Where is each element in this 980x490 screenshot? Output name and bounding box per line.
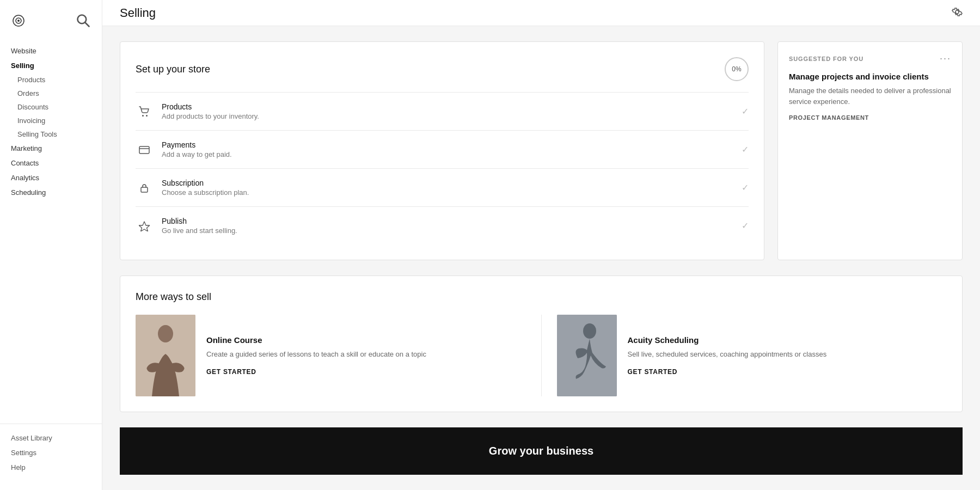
setup-item-publish-text: Publish Go live and start selling. — [162, 217, 733, 235]
payment-icon — [136, 144, 153, 155]
search-icon[interactable] — [76, 13, 91, 30]
sidebar-item-settings[interactable]: Settings — [0, 445, 102, 460]
cart-icon — [136, 106, 153, 117]
sidebar-logo — [0, 9, 102, 44]
svg-rect-5 — [139, 146, 149, 154]
more-ways-card: More ways to sell — [120, 275, 963, 412]
more-ways-item-acuity: Acuity Scheduling Sell live, scheduled s… — [542, 315, 947, 396]
svg-point-10 — [158, 325, 173, 342]
svg-line-2 — [85, 23, 89, 27]
setup-item-payments[interactable]: Payments Add a way to get paid. ✓ — [136, 130, 749, 168]
svg-point-4 — [146, 115, 148, 117]
setup-item-payments-name: Payments — [162, 140, 733, 149]
setup-item-subscription-desc: Choose a subscription plan. — [162, 188, 733, 197]
acuity-image — [557, 315, 617, 396]
svg-point-3 — [142, 115, 144, 117]
sidebar-item-selling[interactable]: Selling — [0, 58, 102, 73]
setup-item-payments-desc: Add a way to get paid. — [162, 150, 733, 158]
setup-item-products-desc: Add products to your inventory. — [162, 112, 733, 120]
more-ways-item-online-course: Online Course Create a guided series of … — [136, 315, 542, 396]
setup-card: Set up your store 0% Products Add produc… — [120, 41, 764, 260]
sidebar-item-discounts[interactable]: Discounts — [0, 100, 102, 114]
suggested-label: Suggested for you — [789, 56, 863, 62]
subscription-check-icon: ✓ — [742, 182, 749, 193]
main-header: Selling — [102, 0, 980, 26]
more-ways-grid: Online Course Create a guided series of … — [136, 315, 947, 396]
suggested-desc: Manage the details needed to deliver a p… — [789, 85, 951, 107]
bottom-banner-title: Grow your business — [489, 445, 593, 457]
main-body: Set up your store 0% Products Add produc… — [102, 26, 980, 490]
sidebar-item-marketing[interactable]: Marketing — [0, 141, 102, 156]
sidebar-item-website[interactable]: Website — [0, 44, 102, 58]
suggested-tag: Project Management — [789, 114, 951, 121]
suggested-title: Manage projects and invoice clients — [789, 72, 951, 81]
lock-icon — [136, 182, 153, 193]
more-ways-title: More ways to sell — [136, 291, 947, 303]
bottom-banner: Grow your business — [120, 427, 963, 475]
gear-icon[interactable] — [952, 7, 963, 20]
top-row: Set up your store 0% Products Add produc… — [120, 41, 963, 260]
svg-point-12 — [583, 323, 596, 339]
setup-item-products-text: Products Add products to your inventory. — [162, 102, 733, 120]
setup-item-publish-desc: Go live and start selling. — [162, 226, 733, 235]
svg-point-0 — [17, 20, 20, 22]
acuity-cta-button[interactable]: GET STARTED — [628, 368, 827, 376]
acuity-content: Acuity Scheduling Sell live, scheduled s… — [617, 315, 827, 396]
sidebar-item-orders[interactable]: Orders — [0, 87, 102, 100]
app-logo-icon[interactable] — [11, 13, 26, 30]
setup-item-products[interactable]: Products Add products to your inventory.… — [136, 92, 749, 130]
svg-marker-8 — [139, 222, 150, 231]
suggested-menu-icon[interactable]: ··· — [940, 53, 951, 64]
setup-item-payments-text: Payments Add a way to get paid. — [162, 140, 733, 158]
sidebar-item-analytics[interactable]: Analytics — [0, 170, 102, 185]
suggested-card: Suggested for you ··· Manage projects an… — [777, 41, 963, 260]
online-course-desc: Create a guided series of lessons to tea… — [206, 349, 426, 360]
acuity-title: Acuity Scheduling — [628, 335, 827, 345]
sidebar-item-selling-tools[interactable]: Selling Tools — [0, 127, 102, 141]
sidebar-item-scheduling[interactable]: Scheduling — [0, 185, 102, 200]
acuity-desc: Sell live, scheduled services, coaching … — [628, 349, 827, 360]
payments-check-icon: ✓ — [742, 144, 749, 155]
main-content: Selling Set up your store 0% Products — [102, 0, 980, 490]
sidebar-item-contacts[interactable]: Contacts — [0, 156, 102, 170]
online-course-title: Online Course — [206, 335, 426, 345]
progress-badge: 0% — [725, 57, 749, 81]
setup-item-subscription[interactable]: Subscription Choose a subscription plan.… — [136, 168, 749, 206]
sidebar: Website Selling Products Orders Discount… — [0, 0, 102, 490]
sidebar-item-asset-library[interactable]: Asset Library — [0, 431, 102, 445]
svg-rect-7 — [141, 187, 148, 192]
setup-item-publish[interactable]: Publish Go live and start selling. ✓ — [136, 206, 749, 244]
publish-check-icon: ✓ — [742, 220, 749, 231]
sidebar-item-help[interactable]: Help — [0, 460, 102, 475]
sidebar-item-invoicing[interactable]: Invoicing — [0, 114, 102, 127]
setup-item-publish-name: Publish — [162, 217, 733, 225]
sidebar-item-products[interactable]: Products — [0, 73, 102, 87]
products-check-icon: ✓ — [742, 106, 749, 117]
setup-card-title: Set up your store — [136, 64, 210, 75]
setup-card-header: Set up your store 0% — [136, 57, 749, 81]
setup-item-subscription-name: Subscription — [162, 179, 733, 187]
sidebar-nav: Website Selling Products Orders Discount… — [0, 44, 102, 424]
sidebar-footer: Asset Library Settings Help — [0, 424, 102, 481]
suggested-header: Suggested for you ··· — [789, 53, 951, 64]
publish-icon — [136, 220, 153, 231]
online-course-content: Online Course Create a guided series of … — [195, 315, 426, 396]
page-title: Selling — [120, 6, 156, 20]
online-course-cta-button[interactable]: GET STARTED — [206, 368, 426, 376]
setup-item-subscription-text: Subscription Choose a subscription plan. — [162, 179, 733, 197]
setup-item-products-name: Products — [162, 102, 733, 111]
online-course-image — [136, 315, 195, 396]
